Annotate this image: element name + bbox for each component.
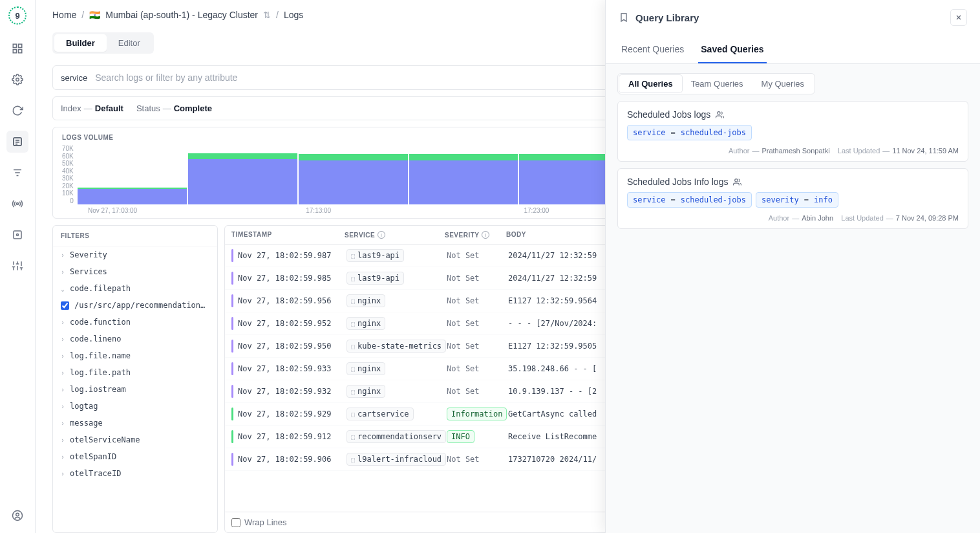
filter-label: Services	[70, 267, 107, 276]
nav-refresh-icon[interactable]	[6, 100, 28, 122]
filter-item[interactable]: ›code.function	[53, 314, 217, 331]
filter-item[interactable]: ›otelServiceName	[53, 431, 217, 448]
filter-item[interactable]: ›otelTraceID	[53, 465, 217, 482]
pill-all-queries[interactable]: All Queries	[619, 75, 682, 92]
breadcrumb-home[interactable]: Home	[52, 10, 76, 20]
service-tag[interactable]: ⬚nginx	[346, 294, 385, 307]
tab-saved-queries[interactable]: Saved Queries	[698, 39, 766, 63]
severity-text: Not Set	[447, 319, 480, 328]
share-icon	[716, 111, 724, 119]
filter-item[interactable]: ›log.file.name	[53, 347, 217, 364]
service-tag[interactable]: ⬚cartservice	[346, 408, 414, 420]
cell-timestamp: Nov 27, 18:02:59.933	[238, 364, 346, 373]
cell-timestamp: Nov 27, 18:02:59.956	[238, 296, 346, 305]
info-icon[interactable]: i	[482, 231, 489, 239]
cube-icon: ⬚	[351, 388, 355, 395]
filter-label: message	[70, 419, 103, 428]
cell-severity: Not Set	[447, 455, 508, 464]
filter-item[interactable]: ›Services	[53, 263, 217, 280]
filter-checkbox[interactable]	[61, 301, 69, 310]
cell-timestamp: Nov 27, 18:02:59.906	[238, 455, 346, 464]
y-axis: 70K60K50K40K30K20K10K0	[62, 145, 74, 204]
service-tag[interactable]: ⬚last9-api	[346, 272, 404, 285]
nav-dashboard-icon[interactable]	[6, 38, 28, 60]
service-tag[interactable]: ⬚last9-api	[346, 249, 404, 262]
nav-user-icon[interactable]	[6, 505, 28, 527]
svg-point-14	[17, 234, 19, 236]
nav-sliders-icon[interactable]	[6, 255, 28, 277]
service-tag[interactable]: ⬚l9alert-infracloud	[346, 453, 446, 466]
cell-timestamp: Nov 27, 18:02:59.985	[238, 274, 346, 283]
cell-severity: Not Set	[447, 342, 508, 351]
pill-my-queries[interactable]: My Queries	[752, 75, 813, 92]
cell-service: ⬚nginx	[346, 294, 447, 307]
filter-item[interactable]: ⌄code.filepath	[53, 280, 217, 297]
breadcrumb-cluster[interactable]: Mumbai (ap-south-1) - Legacy Cluster	[105, 10, 258, 20]
chevron-right-icon: ›	[61, 386, 65, 393]
chevron-right-icon: ›	[61, 420, 65, 427]
filters-header: FILTERS	[53, 226, 217, 246]
filter-label: otelServiceName	[70, 435, 140, 444]
pill-team-queries[interactable]: Team Queries	[682, 75, 752, 92]
service-tag[interactable]: ⬚nginx	[346, 317, 385, 330]
filter-item[interactable]: ›Severity	[53, 246, 217, 263]
severity-bar	[231, 385, 233, 398]
cell-severity: Not Set	[447, 274, 508, 283]
bookmark-icon	[619, 12, 629, 23]
logo: 9	[8, 6, 27, 25]
chevron-right-icon: ›	[61, 453, 65, 461]
info-icon[interactable]: i	[378, 231, 385, 239]
filter-item[interactable]: ›code.lineno	[53, 331, 217, 347]
severity-text: Not Set	[447, 364, 480, 373]
query-card[interactable]: Scheduled Jobs logsservice=scheduled-job…	[617, 101, 968, 162]
service-tag[interactable]: ⬚kube-state-metrics	[346, 340, 446, 353]
filter-item[interactable]: ›logtag	[53, 398, 217, 415]
nav-settings-icon[interactable]	[6, 69, 28, 91]
nav-filter-icon[interactable]	[6, 162, 28, 184]
chevron-right-icon: ›	[61, 353, 65, 360]
filter-label: otelTraceID	[70, 469, 121, 478]
query-filter-pills: All Queries Team Queries My Queries	[617, 73, 815, 94]
chevron-right-icon: ›	[61, 319, 65, 326]
cell-service: ⬚cartservice	[346, 408, 447, 420]
query-card[interactable]: Scheduled Jobs Info logsservice=schedule…	[617, 168, 968, 229]
filter-value[interactable]: /usr/src/app/recommendation_serv	[53, 297, 217, 314]
filter-item[interactable]: ›log.file.path	[53, 364, 217, 381]
tab-builder[interactable]: Builder	[54, 34, 107, 52]
query-meta: Author—Prathamesh Sonpatki Last Updated—…	[627, 147, 959, 155]
tab-editor[interactable]: Editor	[107, 34, 152, 52]
svg-rect-2	[13, 50, 16, 53]
chevron-updown-icon[interactable]: ⇅	[263, 10, 271, 20]
breadcrumb-page: Logs	[284, 10, 303, 20]
service-tag[interactable]: ⬚nginx	[346, 362, 385, 375]
service-tag[interactable]: ⬚nginx	[346, 385, 385, 398]
filter-label: log.iostream	[70, 385, 126, 394]
tab-recent-queries[interactable]: Recent Queries	[619, 39, 687, 63]
cube-icon: ⬚	[351, 298, 355, 305]
cell-timestamp: Nov 27, 18:02:59.950	[238, 342, 346, 351]
filter-item[interactable]: ›log.iostream	[53, 381, 217, 398]
nav-broadcast-icon[interactable]	[6, 193, 28, 215]
nav-logs-icon[interactable]	[6, 131, 28, 153]
severity-bar	[231, 317, 233, 330]
filter-label: logtag	[70, 402, 98, 411]
query-title: Scheduled Jobs logs	[627, 109, 710, 120]
query-chip: service=scheduled-jobs	[627, 125, 752, 140]
flag-icon: 🇮🇳	[89, 10, 100, 20]
cell-timestamp: Nov 27, 18:02:59.932	[238, 387, 346, 396]
cell-service: ⬚nginx	[346, 385, 447, 398]
service-tag[interactable]: ⬚recommendationserv	[346, 430, 446, 443]
filter-item[interactable]: ›message	[53, 415, 217, 431]
severity-bar	[231, 249, 233, 262]
svg-point-12	[17, 203, 19, 205]
cell-service: ⬚kube-state-metrics	[346, 340, 447, 353]
cell-severity: Not Set	[447, 319, 508, 328]
severity-bar	[231, 408, 233, 420]
nav-resource-icon[interactable]	[6, 224, 28, 246]
index-label: Index	[61, 103, 81, 113]
chevron-right-icon: ›	[61, 437, 65, 444]
wrap-lines-checkbox[interactable]	[231, 518, 240, 527]
filter-item[interactable]: ›otelSpanID	[53, 448, 217, 465]
cell-service: ⬚recommendationserv	[346, 430, 447, 443]
close-button[interactable]	[950, 9, 967, 26]
